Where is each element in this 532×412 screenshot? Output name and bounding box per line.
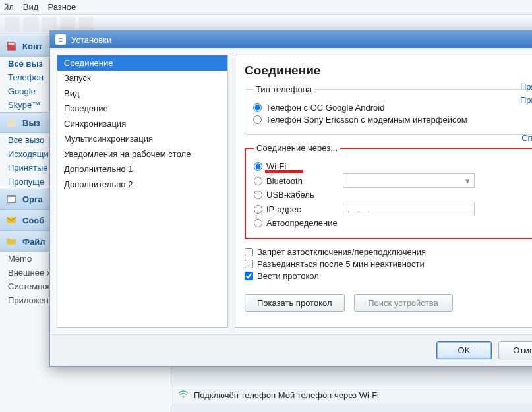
check-label: Вести протокол [257,271,319,281]
link-note-1[interactable]: Приме [520,82,532,92]
content-heading: Соединение [245,63,532,78]
paper-icon [5,117,17,129]
nav-additional-1[interactable]: Дополнительно 1 [57,162,227,177]
radio-bluetooth[interactable] [254,177,262,185]
check-log[interactable] [245,272,253,280]
check-disconnect-5min[interactable] [245,260,253,268]
radio-label: Wi-Fi [266,162,286,171]
wifi-icon [178,390,189,400]
dialog-titlebar[interactable]: ≡ Установки [50,31,532,48]
bluetooth-combo[interactable]: ▾ [343,173,475,188]
check-label: Разъединяться после 5 мин неактивности [257,259,425,269]
check-no-autodisconnect[interactable] [245,248,253,256]
nav-connection[interactable]: Соединение [57,55,227,71]
ok-button[interactable]: OK [436,341,492,359]
book-icon [5,40,17,52]
nav-behavior[interactable]: Поведение [57,101,227,116]
dialog-footer: OK Отмен [50,334,532,366]
toolbar-icon[interactable] [79,17,94,32]
radio-sony[interactable] [253,115,262,124]
check-disconnect-5min-row[interactable]: Разъединяться после 5 мин неактивности [245,259,532,269]
nav-desktop-notify[interactable]: Уведомления на рабочем столе [57,146,227,162]
status-bar: Подключён телефон Мой телефон через Wi-F… [171,386,532,404]
svg-rect-1 [8,197,15,202]
radio-label: IP-адрес [266,204,339,214]
toolbar-icon[interactable] [5,17,20,32]
radio-label: Телефон Sony Ericsson с модемным интерфе… [266,115,467,125]
menu-file[interactable]: йл [4,2,14,12]
section-label: Выз [22,118,40,128]
radio-sony-row[interactable]: Телефон Sony Ericsson с модемным интерфе… [253,115,532,125]
toolbar-icon[interactable] [24,17,38,32]
toolbar-icon[interactable] [42,17,57,32]
check-label: Запрет автоотключения/переподключения [257,247,426,257]
nav-startup[interactable]: Запуск [57,71,227,86]
radio-label: USB-кабель [266,190,314,200]
main-window-menu: йл Вид Разное [0,0,532,15]
fieldset-connection-via: Соединение через... Wi-Fi Bluetooth ▾ US… [245,143,532,239]
app-icon: ≡ [55,34,66,45]
section-label: Сооб [22,216,44,225]
section-label: Конт [22,42,42,51]
cancel-button[interactable]: Отмен [498,341,532,359]
section-label: Файл [22,237,45,247]
menu-view[interactable]: Вид [23,2,39,12]
svg-point-3 [183,397,184,398]
envelope-icon [5,214,17,226]
legend-phone-type: Тип телефона [253,84,314,94]
nav-additional-2[interactable]: Дополнительно 2 [57,177,227,192]
settings-content: Соединение Приме Приме Справ Тип телефон… [235,55,532,328]
link-note-2[interactable]: Приме [520,95,532,105]
chevron-down-icon: ▾ [465,176,470,186]
radio-usb[interactable] [254,191,262,199]
radio-ip-row[interactable]: IP-адрес . . . [254,202,532,216]
radio-usb-row[interactable]: USB-кабель [254,190,532,200]
radio-android-row[interactable]: Телефон с ОС Google Android [253,103,532,113]
link-help[interactable]: Справ [521,133,532,143]
dialog-title: Установки [71,35,111,45]
radio-auto[interactable] [254,219,262,227]
legend-connection-via: Соединение через... [254,143,340,153]
radio-label: Телефон с ОС Google Android [266,103,384,113]
nav-view[interactable]: Вид [57,86,227,101]
settings-dialog: ≡ Установки Соединение Запуск Вид Поведе… [49,30,532,367]
radio-bluetooth-row[interactable]: Bluetooth ▾ [254,173,532,188]
radio-ip[interactable] [254,205,262,214]
menu-misc[interactable]: Разное [47,2,76,12]
nav-sync[interactable]: Синхронизация [57,116,227,131]
nav-multisync[interactable]: Мультисинхронизация [57,131,227,146]
folder-icon [5,235,17,247]
ip-input[interactable]: . . . [343,202,475,216]
fieldset-phone-type: Тип телефона Телефон с ОС Google Android… [245,84,532,135]
section-label: Орга [22,194,43,204]
radio-android[interactable] [253,103,262,112]
status-text: Подключён телефон Мой телефон через Wi-F… [194,390,379,400]
find-device-button[interactable]: Поиск устройства [354,294,453,312]
toolbar-icon[interactable] [61,17,75,32]
settings-nav: Соединение Запуск Вид Поведение Синхрони… [57,55,228,328]
radio-auto-row[interactable]: Автоопределение [254,218,532,228]
radio-label: Bluetooth [266,176,339,186]
radio-wifi[interactable] [254,162,262,171]
check-no-autodisconnect-row[interactable]: Запрет автоотключения/переподключения [245,247,532,257]
calendar-icon [5,193,17,205]
radio-wifi-row[interactable]: Wi-Fi [254,162,532,171]
check-log-row[interactable]: Вести протокол [245,271,532,281]
radio-label: Автоопределение [266,218,338,228]
show-log-button[interactable]: Показать протокол [245,294,345,312]
